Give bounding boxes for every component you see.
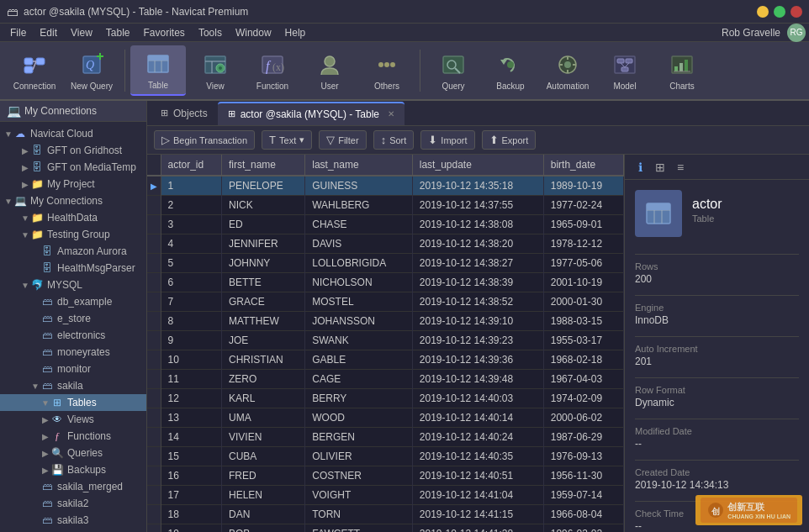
sidebar-item-functions[interactable]: ▶ ƒ Functions [0, 428, 146, 445]
sidebar-item-backups[interactable]: ▶ 💾 Backups [0, 461, 146, 478]
sidebar-item-test[interactable]: 🗃 test [0, 529, 146, 532]
table-row[interactable]: 6BETTENICHOLSON2019-10-12 14:38:392001-1… [147, 273, 624, 292]
sidebar-item-mysql[interactable]: ▼ 🐬 MYSQL [0, 277, 146, 293]
tb-connection[interactable]: Connection [7, 45, 62, 96]
menu-window[interactable]: Window [229, 25, 278, 40]
sidebar-item-monitor[interactable]: 🗃 monitor [0, 361, 146, 377]
tb-function[interactable]: f (x) Function [245, 45, 300, 96]
sidebar-item-tables[interactable]: ▼ ⊞ Tables [0, 394, 146, 411]
sidebar-item-gft-gridhost[interactable]: ▶ 🗄 GFT on Gridhost [0, 142, 146, 159]
sidebar-item-navicat-cloud[interactable]: ▼ ☁ Navicat Cloud [0, 125, 146, 142]
export-label: Export [502, 135, 529, 145]
cell-birth_date: 1965-09-01 [543, 215, 623, 234]
menu-table[interactable]: Table [99, 25, 137, 40]
menu-view[interactable]: View [64, 25, 99, 40]
sidebar-header-label: My Connections [24, 105, 97, 117]
sidebar-item-amazon-aurora[interactable]: 🗄 Amazon Aurora [0, 243, 146, 260]
sidebar-item-views[interactable]: ▶ 👁 Views [0, 411, 146, 428]
sidebar-item-my-connections[interactable]: ▼ 💻 My Connections [0, 192, 146, 209]
filter-button[interactable]: ▽ Filter [319, 130, 366, 150]
menu-tools[interactable]: Tools [192, 25, 229, 40]
col-last_update[interactable]: last_update [412, 155, 543, 176]
tab-close-icon[interactable]: ✕ [388, 109, 394, 119]
sort-button[interactable]: ↕ Sort [373, 130, 415, 150]
tab-objects[interactable]: ⊞ Objects [151, 102, 218, 125]
sidebar-item-sakila-merged[interactable]: 🗃 sakila_merged [0, 478, 146, 495]
table-row[interactable]: ▶1PENELOPEGUINESS2019-10-12 14:35:181989… [147, 176, 624, 196]
svg-point-22 [325, 56, 335, 66]
sidebar-item-electronics[interactable]: 🗃 electronics [0, 327, 146, 344]
sidebar-item-gft-mediatemp[interactable]: ▶ 🗄 GFT on MediaTemp [0, 159, 146, 176]
col-first_name[interactable]: first_name [222, 155, 305, 176]
cell-last_update: 2019-10-12 14:38:39 [412, 273, 543, 292]
tb-user[interactable]: User [302, 45, 357, 96]
info-grid-button[interactable]: ⊞ [652, 159, 669, 176]
sidebar-item-sakila2[interactable]: 🗃 sakila2 [0, 495, 146, 512]
menu-favorites[interactable]: Favorites [137, 25, 192, 40]
tb-view[interactable]: View [188, 45, 243, 96]
table-row[interactable]: 10CHRISTIANGABLE2019-10-12 14:39:361968-… [147, 350, 624, 370]
table-row[interactable]: 15CUBAOLIVIER2019-10-12 14:40:351976-09-… [147, 447, 624, 466]
info-list-button[interactable]: ≡ [672, 159, 689, 176]
table-row[interactable]: 13UMAWOOD2019-10-12 14:40:142000-06-02 [147, 408, 624, 428]
col-last_name[interactable]: last_name [305, 155, 413, 176]
table-row[interactable]: 2NICKWAHLBERG2019-10-12 14:37:551977-02-… [147, 196, 624, 215]
function-label: Function [256, 82, 288, 91]
tb-table[interactable]: Table [130, 45, 186, 96]
tb-model[interactable]: Model [597, 45, 653, 96]
table-row[interactable]: 16FREDCOSTNER2019-10-12 14:40:511956-11-… [147, 466, 624, 486]
sidebar-item-testing-group[interactable]: ▼ 📁 Testing Group [0, 226, 146, 243]
tb-others[interactable]: Others [359, 45, 415, 96]
table-row[interactable]: 12KARLBERRY2019-10-12 14:40:031974-02-09 [147, 389, 624, 408]
sidebar-item-db-example[interactable]: 🗃 db_example [0, 293, 146, 310]
table-row[interactable]: 3EDCHASE2019-10-12 14:38:081965-09-01 [147, 215, 624, 234]
tb-automation[interactable]: Automation [540, 45, 595, 96]
tb-charts[interactable]: Charts [654, 45, 710, 96]
cell-birth_date: 1966-08-04 [543, 505, 623, 524]
tb-query[interactable]: Query [426, 45, 481, 96]
col-birth_date[interactable]: birth_date [543, 155, 623, 176]
table-row[interactable]: 14VIVIENBERGEN2019-10-12 14:40:241987-06… [147, 428, 624, 447]
menu-help[interactable]: Help [278, 25, 313, 40]
begin-transaction-button[interactable]: ▷ Begin Transaction [154, 130, 255, 150]
text-button[interactable]: T Text ▾ [262, 130, 312, 150]
menu-file[interactable]: File [3, 25, 33, 40]
tb-backup[interactable]: Backup [483, 45, 538, 96]
model-icon [611, 51, 638, 78]
sidebar-item-my-project[interactable]: ▶ 📁 My Project [0, 176, 146, 192]
tb-sep-1 [124, 50, 125, 92]
table-row[interactable]: 9JOESWANK2019-10-12 14:39:231955-03-17 [147, 331, 624, 350]
table-row[interactable]: 18DANTORN2019-10-12 14:41:151966-08-04 [147, 505, 624, 524]
table-row[interactable]: 19BOBFAWCETT2019-10-12 14:41:281996-03-0… [147, 524, 624, 533]
close-button[interactable]: ✕ [790, 6, 802, 18]
table-row[interactable]: 17HELENVOIGHT2019-10-12 14:41:041959-07-… [147, 486, 624, 505]
import-button[interactable]: ⬇ Import [420, 130, 474, 150]
table-row[interactable]: 4JENNIFERDAVIS2019-10-12 14:38:201978-12… [147, 234, 624, 254]
sidebar-item-e-store[interactable]: 🗃 e_store [0, 310, 146, 327]
sidebar-item-sakila[interactable]: ▼ 🗃 sakila [0, 377, 146, 394]
data-table-container[interactable]: actor_id first_name last_name last_updat… [147, 155, 624, 532]
info-rows-label: Rows [635, 261, 799, 271]
minimize-button[interactable]: — [757, 6, 769, 18]
sidebar-item-healthmsgparser[interactable]: 🗄 HealthMsgParser [0, 260, 146, 277]
cell-last_name: DAVIS [305, 234, 413, 254]
export-button[interactable]: ⬆ Export [482, 130, 537, 150]
cell-first_name: CUBA [222, 447, 305, 466]
info-icon-button[interactable]: ℹ [632, 159, 648, 176]
table-row[interactable]: 8MATTHEWJOHANSSON2019-10-12 14:39:101988… [147, 312, 624, 331]
tab-actor-table[interactable]: ⊞ actor @sakila (MYSQL) - Table ✕ [218, 102, 404, 125]
table-row[interactable]: 11ZEROCAGE2019-10-12 14:39:481967-04-03 [147, 370, 624, 389]
col-actor_id[interactable]: actor_id [161, 155, 222, 176]
cell-last_name: GABLE [305, 350, 413, 370]
sidebar-tree[interactable]: ▼ ☁ Navicat Cloud ▶ 🗄 GFT on Gridhost ▶ … [0, 122, 146, 532]
menu-edit[interactable]: Edit [33, 25, 64, 40]
row-indicator [147, 312, 161, 331]
table-row[interactable]: 5JOHNNYLOLLOBRIGIDA2019-10-12 14:38:2719… [147, 254, 624, 273]
table-row[interactable]: 7GRACEMOSTEL2019-10-12 14:38:522000-01-3… [147, 292, 624, 312]
sidebar-item-sakila3[interactable]: 🗃 sakila3 [0, 512, 146, 529]
tb-new-query[interactable]: Q New Query [64, 45, 119, 96]
sidebar-item-moneyrates[interactable]: 🗃 moneyrates [0, 344, 146, 361]
maximize-button[interactable]: □ [774, 6, 785, 18]
sidebar-item-healthdata[interactable]: ▼ 📁 HealthData [0, 209, 146, 226]
sidebar-item-queries[interactable]: ▶ 🔍 Queries [0, 445, 146, 461]
